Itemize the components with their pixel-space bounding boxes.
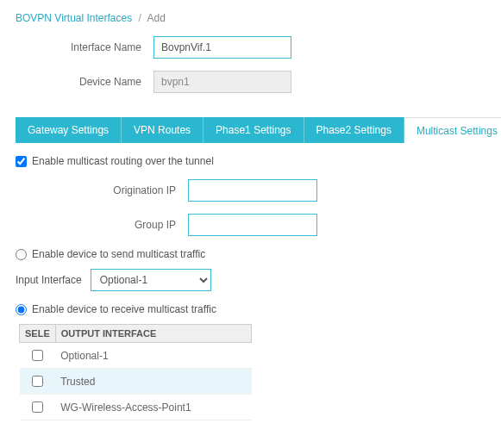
enable-multicast-label: Enable multicast routing over the tunnel — [32, 155, 214, 167]
group-ip-label: Group IP — [16, 219, 188, 231]
tab-gateway-settings[interactable]: Gateway Settings — [16, 117, 122, 143]
table-row[interactable]: WG-Wireless-Access-Point1 — [20, 395, 252, 420]
row-checkbox[interactable] — [32, 350, 43, 361]
enable-receive-radio[interactable] — [16, 304, 27, 315]
breadcrumb-current: Add — [147, 12, 166, 24]
device-name-label: Device Name — [16, 76, 153, 88]
output-interface-table: SELE OUTPUT INTERFACE Optional-1 Trusted… — [19, 324, 252, 420]
origination-ip-input[interactable] — [188, 179, 317, 202]
row-name: Optional-1 — [55, 343, 251, 369]
col-header-select: SELE — [20, 325, 56, 343]
breadcrumb: BOVPN Virtual Interfaces / Add — [16, 12, 485, 24]
device-name-field: bvpn1 — [153, 71, 291, 93]
breadcrumb-separator: / — [139, 12, 141, 24]
group-ip-input[interactable] — [188, 214, 317, 236]
tab-phase1-settings[interactable]: Phase1 Settings — [204, 117, 304, 143]
row-name: WG-Wireless-Access-Point1 — [55, 395, 251, 420]
enable-send-label: Enable device to send multicast traffic — [32, 248, 205, 260]
enable-multicast-checkbox[interactable] — [16, 156, 27, 167]
tab-vpn-routes[interactable]: VPN Routes — [122, 117, 204, 143]
interface-name-input[interactable] — [153, 36, 291, 59]
interface-name-label: Interface Name — [16, 41, 153, 53]
tab-multicast-settings[interactable]: Multicast Settings — [404, 117, 501, 143]
breadcrumb-root-link[interactable]: BOVPN Virtual Interfaces — [16, 12, 132, 24]
row-checkbox[interactable] — [32, 401, 43, 413]
table-row[interactable]: Trusted — [20, 369, 252, 395]
input-interface-select[interactable]: Optional-1 — [91, 269, 211, 291]
tab-phase2-settings[interactable]: Phase2 Settings — [304, 117, 404, 143]
row-checkbox[interactable] — [32, 376, 43, 387]
table-row[interactable]: Optional-1 — [20, 343, 252, 369]
row-name: Trusted — [55, 369, 251, 395]
tab-bar: Gateway Settings VPN Routes Phase1 Setti… — [16, 117, 485, 143]
input-interface-label: Input Interface — [16, 274, 82, 286]
enable-receive-label: Enable device to receive multicast traff… — [32, 303, 216, 315]
col-header-output-interface: OUTPUT INTERFACE — [55, 325, 251, 343]
origination-ip-label: Origination IP — [16, 184, 188, 196]
enable-send-radio[interactable] — [16, 249, 27, 260]
